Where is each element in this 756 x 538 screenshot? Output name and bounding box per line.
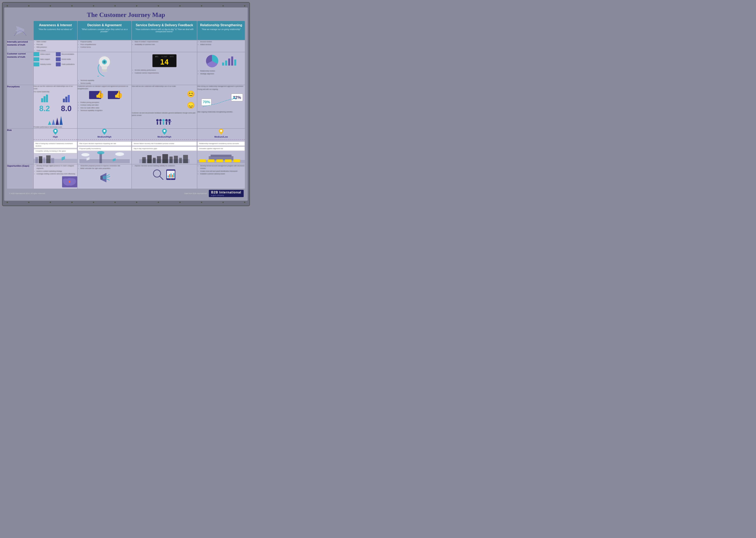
- customer-col2-list: Technical capability Service quality: [77, 79, 131, 84]
- row-risk: Risk High: [7, 129, 245, 164]
- opps-col2-list: Streamline proposal process to improve c…: [77, 164, 131, 170]
- svg-rect-2: [102, 71, 107, 72]
- list-item: Contract clarity well rated: [80, 104, 131, 107]
- footer-data-source: Data from B2B International: [184, 192, 207, 194]
- svg-rect-27: [35, 157, 38, 163]
- nps-number-display: 14: [155, 59, 174, 66]
- col4-subtext: "How we manage our on-going relationship…: [199, 28, 243, 30]
- svg-rect-21: [169, 122, 170, 125]
- email-icon: [34, 57, 39, 61]
- svg-rect-54: [208, 159, 214, 162]
- svg-rect-42: [153, 158, 156, 163]
- opps-col1-list: Develop stronger digital presence to rea…: [34, 164, 77, 175]
- nps-date: DATE: [170, 56, 173, 58]
- svg-rect-41: [147, 155, 152, 163]
- perception-col2-text: Customers perceive our decision support …: [77, 85, 131, 90]
- internally-col3-list: Ease of contact / responsiveness Availab…: [132, 40, 197, 46]
- risk-dashed-line3: [132, 139, 197, 140]
- svg-rect-17: [163, 122, 164, 125]
- svg-rect-11: [234, 60, 236, 66]
- city2-area: [132, 152, 197, 164]
- rivet: [136, 5, 138, 7]
- customer-col1-text5: Industry events: [40, 63, 51, 66]
- arrow-up-icon: [52, 119, 55, 125]
- risk-pin-col1: High: [34, 129, 77, 138]
- svg-point-12: [156, 119, 159, 122]
- svg-rect-52: [211, 154, 232, 156]
- outer-frame: The Customer Journey Map: [2, 2, 250, 206]
- svg-rect-48: [183, 155, 188, 163]
- perception-col3-text2: Customer sat and net promoter feedback i…: [132, 112, 197, 117]
- b2b-tagline: a gyro company: [211, 194, 224, 196]
- megaphone-svg: [98, 172, 111, 183]
- thumbs-area: 👍 👍: [77, 91, 131, 99]
- person2-icon: [56, 62, 61, 66]
- list-item: Account reviews: [200, 40, 245, 43]
- list-item: Added services: [200, 43, 245, 46]
- svg-rect-1: [102, 69, 107, 71]
- cell-internally-col2: Proposal quality Price competitiveness C…: [77, 40, 131, 52]
- svg-point-36: [81, 153, 89, 156]
- b2b-logo-area: B2B International a gyro company: [209, 190, 244, 197]
- bar: [68, 95, 70, 102]
- customer-item: Trade publications: [56, 62, 77, 66]
- top-rivets: [4, 4, 248, 8]
- risk-dashed-line4: [197, 139, 245, 140]
- search-area: [132, 169, 197, 180]
- list-item: Technical capability: [80, 79, 131, 82]
- rivet: [114, 5, 116, 7]
- svg-rect-10: [231, 56, 233, 66]
- rivet: [71, 201, 73, 203]
- perception-col2-list: Positive pricing perception Contract cla…: [77, 101, 131, 112]
- trophy-icon: [56, 52, 61, 56]
- customer-col1-text4: Social media: [62, 58, 71, 61]
- col-header-relationship: Relationship Strengthening "How we manag…: [197, 21, 245, 40]
- rivet: [179, 5, 181, 7]
- perception-col1-text2: For market leadership.: [34, 90, 77, 93]
- list-item: How our scale offers value: [80, 107, 131, 109]
- scores-area: 8.2 8.0: [34, 95, 77, 114]
- svg-point-18: [165, 119, 168, 122]
- inner-background: The Customer Journey Map: [4, 8, 248, 201]
- bar: [46, 95, 48, 102]
- world-map-area: [34, 176, 77, 188]
- opps-col4-list: Develop formal account management progra…: [197, 164, 245, 175]
- cell-customer-col2: Technical capability Service quality: [77, 52, 131, 84]
- svg-point-14: [159, 119, 162, 122]
- col4-header-label: Relationship Strengthening: [199, 24, 243, 27]
- list-item: Service quality: [80, 82, 131, 85]
- list-item: Better articulate the right value propos…: [80, 167, 131, 170]
- risk-callout-col2: Risk of poor decision experience impacti…: [77, 141, 131, 146]
- chat-icon: [56, 57, 61, 61]
- risk-callout-col3b: Day-to-day responsiveness gaps: [132, 146, 197, 151]
- cell-opps-col2: Streamline proposal process to improve c…: [77, 164, 131, 188]
- location-pin-svg4: [219, 129, 223, 135]
- risk-callout-col2b: Proposal quality inconsistency: [77, 146, 131, 151]
- list-item: Improve real-time service tracking visib…: [135, 164, 197, 167]
- customer-col1-text6: Trade publications: [62, 63, 74, 66]
- rivet: [114, 201, 116, 203]
- thumb-left-area: 👍: [89, 91, 101, 99]
- list-item: Positive pricing perception: [80, 101, 131, 104]
- score2-bars: [61, 95, 71, 102]
- airplane-svg: [12, 22, 28, 38]
- list-item: Print ads: [36, 43, 77, 46]
- col1-header-label: Awareness & Interest: [35, 24, 75, 27]
- svg-point-25: [54, 130, 56, 132]
- risk-dashed-line2: [77, 139, 131, 140]
- cell-risk-col2: Medium/High Risk of poor decision experi…: [77, 129, 131, 164]
- svg-rect-19: [166, 122, 167, 125]
- taxis-svg: [197, 152, 245, 163]
- rivet: [244, 201, 246, 203]
- perception-col4-text: How strong our relationship management a…: [197, 85, 245, 87]
- rivet: [222, 201, 224, 203]
- svg-point-37: [115, 152, 124, 156]
- city2-svg: [132, 152, 197, 163]
- list-item: Invest in content marketing strategy: [36, 170, 77, 173]
- lightbulb-svg: [95, 54, 114, 77]
- list-item: Strategic alignment: [200, 73, 245, 75]
- customer-col1-grid: Online search Recommendation Sales suppo…: [34, 52, 77, 66]
- perception-col1-text: How we see the customers will relationsh…: [34, 85, 77, 90]
- svg-rect-68: [172, 175, 173, 178]
- list-item: Create cross-sell and upsell identificat…: [200, 170, 245, 173]
